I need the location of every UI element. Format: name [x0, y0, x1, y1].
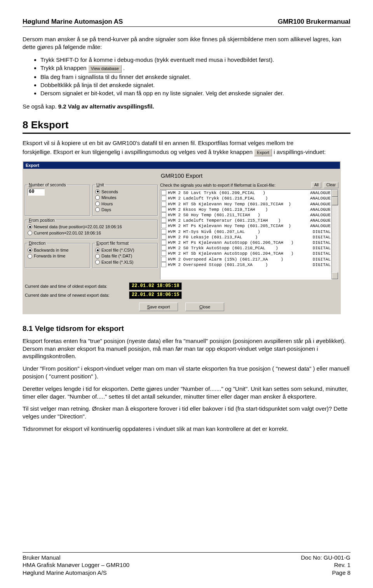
signal-name: HVM 2 HT Ps Kjølevann Hoy Temp (601.205_… [168, 223, 310, 229]
signal-checkbox[interactable] [161, 234, 166, 240]
signal-checkbox[interactable] [161, 245, 166, 250]
bullet-list: Trykk SHIFT-D for å komme i debug-modus … [23, 56, 350, 98]
dir-forwards-radio[interactable]: Forwards in time [28, 253, 87, 259]
bullet-1: Trykk SHIFT-D for å komme i debug-modus … [40, 56, 350, 64]
view-database-button[interactable]: View database [88, 65, 122, 73]
signal-type: ANALOGUE [310, 207, 331, 212]
sec8-p1: Eksport vil si å kopiere ut en bit av GM… [23, 139, 350, 147]
footer-right-3: Page 8 [301, 569, 350, 577]
unit-minutes-radio[interactable]: Minutes [95, 195, 155, 201]
fmt-xls-radio[interactable]: Excel file (*.XLS) [95, 259, 155, 265]
section-8-1-heading: 8.1 Velge tidsrom for eksport [23, 324, 350, 333]
dialog-titlebar: Export [23, 162, 340, 169]
signal-type: DIGITAL [313, 240, 331, 245]
sec8-p2-b: i avspillings-vinduet: [274, 149, 326, 155]
signal-type: DIGITAL [313, 234, 331, 240]
signal-list-row[interactable]: HVM 2 Overspeed Alarm (15%) (601.217_XA … [161, 257, 331, 262]
signal-type: ANALOGUE [310, 201, 331, 207]
signal-name: HVM 2 Ladeluft Trykk (601.216_PIAL ) [168, 196, 310, 201]
signal-list-row[interactable]: HVM 2 Ladeluft Temperatur (601.215_TIAH … [161, 218, 331, 223]
see-also-ref: 9.2 Valg av alternativ avspillingsfil. [58, 103, 154, 110]
section-rule [23, 133, 350, 134]
signal-name: HVM 2 HT-Sys Nivå (601.207_LAL ) [168, 229, 313, 234]
signal-type: DIGITAL [313, 262, 331, 268]
signal-name: HVM 2 HT Sb Kjølevann Hoy Temp (601.203_… [168, 201, 310, 207]
fmt-csv-radio[interactable]: Excel file (*.CSV) [95, 247, 155, 253]
signal-name: HVM 2 S0 Lavt Trykk (601.209_PCIAL ) [168, 190, 310, 196]
signal-name: HVM 2 Overspeed Stopp (601.218_XA ) [168, 262, 313, 268]
see-also: Se også kap. 9.2 Valg av alternativ avsp… [23, 103, 350, 110]
signal-listbox[interactable]: HVM 2 S0 Lavt Trykk (601.209_PCIAL )ANAL… [160, 189, 338, 280]
from-position-group: From position Newest data (true position… [25, 217, 158, 239]
fmt-dat-radio[interactable]: Data file (*.DAT) [95, 253, 155, 259]
close-button[interactable]: Close [185, 303, 224, 311]
scroll-track[interactable] [332, 205, 338, 272]
oldest-export-label: Current date and time of oldest export d… [25, 284, 126, 289]
all-button[interactable]: All [312, 182, 321, 188]
newest-export-value: 22.01.02 18:06:15 [129, 291, 182, 299]
signal-list-row[interactable]: HVM 2 HT Ps Kjølevann AutoStopp (601.206… [161, 240, 331, 245]
from-current-radio[interactable]: Current position=22.01.02 18:06:16 [28, 230, 155, 236]
signal-checkbox[interactable] [161, 251, 166, 256]
signal-list-row[interactable]: HVM 2 HT Ps Kjølevann Hoy Temp (601.205_… [161, 223, 331, 229]
signal-type: ANALOGUE [310, 212, 331, 218]
signal-list-row[interactable]: HVM 2 HT Sb Kjølevann AutoStopp (601.204… [161, 251, 331, 256]
signal-checkbox[interactable] [161, 218, 166, 223]
bullet-3: Bla deg fram i signallista til du finner… [40, 73, 350, 81]
bullet-5: Dersom signalet er bit-kodet, vil man få… [40, 89, 350, 97]
intro-paragraph: Dersom man ønsker å se på trend-kurver p… [23, 35, 350, 51]
export-dialog: Export GMR100 Export Number of seconds 6… [23, 161, 341, 314]
p81c: Deretter velges lengde i tid for eksport… [23, 385, 350, 401]
signal-checkbox[interactable] [161, 196, 166, 201]
signal-name: HVM 2 S0 Trykk AutoStopp (601.210_PCAL ) [168, 245, 313, 251]
footer-rule [23, 552, 350, 553]
scroll-up-icon[interactable] [332, 190, 338, 197]
page-footer: Bruker Manual HMA Grafisk Manøver Logger… [23, 552, 350, 577]
signal-checkbox[interactable] [161, 229, 166, 234]
number-of-seconds-input[interactable]: 60 [28, 189, 45, 196]
sec8-p2-a: forskjellige. Eksport er kun tilgjengeli… [23, 149, 254, 155]
signal-list-row[interactable]: HVM 2 HT-Sys Nivå (601.207_LAL )DIGITAL [161, 229, 331, 234]
signal-checkbox[interactable] [161, 201, 166, 206]
header-right: GMR100 Brukermanual [278, 18, 350, 26]
signal-list-row[interactable]: HVM 2 S0 Trykk AutoStopp (601.210_PCAL )… [161, 245, 331, 251]
signal-check-label: Check the signals you wish to export if … [160, 182, 309, 188]
signal-list-row[interactable]: HVM 2 S0 Lavt Trykk (601.209_PCIAL )ANAL… [161, 190, 331, 196]
signal-list-row[interactable]: HVM 2 S0 Hoy Temp (601.211_TCIAH )ANALOG… [161, 212, 331, 218]
header-rule [23, 26, 350, 27]
signal-list-row[interactable]: HVM 2 HT Sb Kjølevann Hoy Temp (601.203_… [161, 201, 331, 207]
clear-button[interactable]: Clear [324, 182, 338, 188]
scroll-down-icon[interactable] [332, 272, 338, 279]
export-button-inline[interactable]: Export [254, 149, 272, 156]
signal-list-row[interactable]: HVM 2 Overspeed Stopp (601.218_XA )DIGIT… [161, 262, 331, 268]
newest-export-label: Current date and time of newest export d… [25, 292, 126, 298]
listbox-scrollbar[interactable] [331, 190, 338, 279]
signal-type: DIGITAL [313, 245, 331, 251]
unit-days-radio[interactable]: Days [95, 207, 155, 213]
signal-checkbox[interactable] [161, 257, 166, 262]
unit-seconds-radio[interactable]: Seconds [95, 189, 155, 195]
bullet-4: Dobbeltklikk på linja til det ønskede si… [40, 81, 350, 89]
signal-name: HVM 2 Eksos Hoy Temp (601.219_TIAH ) [168, 207, 310, 212]
dir-backwards-radio[interactable]: Backwards in time [28, 247, 87, 253]
scroll-thumb[interactable] [332, 197, 338, 205]
signal-checkbox[interactable] [161, 190, 166, 195]
unit-hours-radio[interactable]: Hours [95, 201, 155, 207]
signal-type: ANALOGUE [310, 190, 331, 196]
footer-right-2: Rev. 1 [301, 561, 350, 569]
bullet-2-text-a: Trykk på knappen [40, 65, 88, 71]
signal-checkbox[interactable] [161, 207, 166, 212]
signal-checkbox[interactable] [161, 262, 166, 267]
signal-list-row[interactable]: HVM 2 F0 Lekasje (601.213_FAL )DIGITAL [161, 234, 331, 240]
signal-name: HVM 2 Overspeed Alarm (15%) (601.217_XA … [168, 257, 313, 262]
signal-name: HVM 2 HT Sb Kjølevann AutoStopp (601.204… [168, 251, 313, 256]
signal-checkbox[interactable] [161, 240, 166, 245]
signal-list-row[interactable]: HVM 2 Eksos Hoy Temp (601.219_TIAH )ANAL… [161, 207, 331, 212]
sec8-p2: forskjellige. Eksport er kun tilgjengeli… [23, 148, 350, 156]
signal-list-row[interactable]: HVM 2 Ladeluft Trykk (601.216_PIAL )ANAL… [161, 196, 331, 201]
signal-checkbox[interactable] [161, 212, 166, 217]
save-export-button[interactable]: Save export [139, 303, 178, 311]
from-newest-radio[interactable]: Newest data (true position)=22.01.02 18:… [28, 224, 155, 230]
signal-checkbox[interactable] [161, 223, 166, 228]
p81d: Til sist velger man retning. Ønsker man … [23, 405, 350, 420]
